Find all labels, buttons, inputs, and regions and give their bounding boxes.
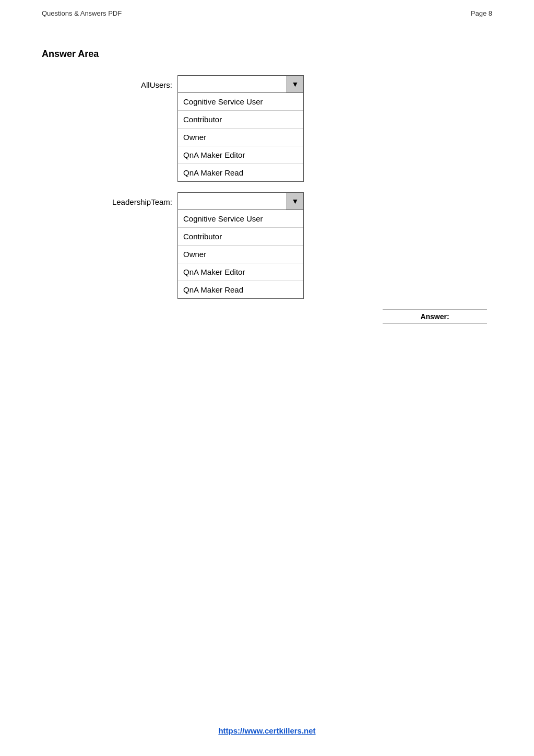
allusers-select-row: ▼ [177,75,304,93]
allusers-select-container: ▼ Cognitive Service User Contributor Own… [177,75,304,182]
allusers-select-box[interactable] [177,75,287,93]
list-item[interactable]: QnA Maker Read [178,164,303,181]
answer-label: Answer: [383,309,487,324]
allusers-group: AllUsers: ▼ Cognitive Service User Contr… [73,75,492,182]
allusers-dropdown-arrow[interactable]: ▼ [287,75,304,93]
page-header: Questions & Answers PDF Page 8 [0,0,534,17]
header-left: Questions & Answers PDF [42,9,122,17]
chevron-down-icon: ▼ [292,80,299,88]
allusers-dropdown-list: Cognitive Service User Contributor Owner… [177,93,304,182]
list-item[interactable]: Contributor [178,111,303,129]
list-item[interactable]: Cognitive Service User [178,210,303,228]
list-item[interactable]: QnA Maker Editor [178,263,303,281]
main-content: Answer Area AllUsers: ▼ Cognitive Servic… [0,17,534,324]
leadershipteam-label: LeadershipTeam: [73,192,177,207]
leadershipteam-dropdown-arrow[interactable]: ▼ [287,192,304,210]
leadershipteam-dropdown-list: Cognitive Service User Contributor Owner… [177,210,304,299]
leadershipteam-select-container: ▼ Cognitive Service User Contributor Own… [177,192,304,299]
list-item[interactable]: QnA Maker Read [178,281,303,298]
leadershipteam-select-row: ▼ [177,192,304,210]
leadershipteam-select-box[interactable] [177,192,287,210]
list-item[interactable]: Owner [178,129,303,146]
header-right: Page 8 [471,9,492,17]
allusers-label: AllUsers: [73,75,177,90]
certkillers-link[interactable]: https://www.certkillers.net [218,726,315,735]
list-item[interactable]: QnA Maker Editor [178,146,303,164]
list-item[interactable]: Cognitive Service User [178,93,303,111]
leadershipteam-group: LeadershipTeam: ▼ Cognitive Service User… [73,192,492,299]
answer-area-title: Answer Area [42,49,492,60]
chevron-down-icon: ▼ [292,197,299,205]
list-item[interactable]: Owner [178,246,303,263]
answer-row: Answer: [73,309,492,324]
footer-link-container: https://www.certkillers.net [218,726,315,735]
list-item[interactable]: Contributor [178,228,303,246]
form-section: AllUsers: ▼ Cognitive Service User Contr… [73,75,492,324]
